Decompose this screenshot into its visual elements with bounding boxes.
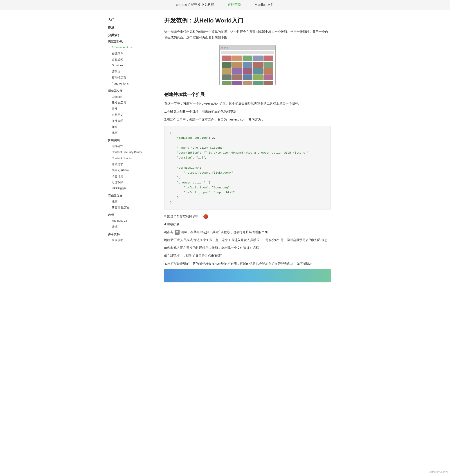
sidebar-item-optional-perms[interactable]: 可选权限 xyxy=(108,180,153,186)
sidebar-category-reference: 参考资料 xyxy=(108,232,153,236)
svg-rect-1 xyxy=(176,232,178,232)
grid-cell xyxy=(222,81,231,85)
sidebar-item-browser-actions[interactable]: Browser Actions xyxy=(108,45,153,51)
screenshot-container xyxy=(164,45,331,85)
code-block: { "manifest_version": 2, "name": "One-cl… xyxy=(164,126,331,210)
screenshot-toolbar xyxy=(220,45,275,50)
sidebar-item-format[interactable]: 格式说明 xyxy=(108,237,153,243)
sidebar-section-index: 分类索引 xyxy=(108,33,153,37)
sidebar-item-tabs[interactable]: 标签 xyxy=(108,124,153,130)
sidebar-item-other-deploy[interactable]: 其它部署选项 xyxy=(108,205,153,211)
step3-text: 3.把这个图标放到目录中： xyxy=(164,213,331,219)
sidebar-item-omnibox[interactable]: Omnibox xyxy=(108,63,153,69)
grid-cell xyxy=(243,62,252,68)
sidebar-item-options[interactable]: 选项页 xyxy=(108,69,153,75)
grid-cell xyxy=(253,68,263,74)
grid-cell xyxy=(222,56,231,61)
sidebar-item-messaging[interactable]: 消息传递 xyxy=(108,173,153,180)
svg-rect-2 xyxy=(176,233,178,233)
section1-para3: 2.在这个目录中，创建一个文本文件，命名为manifest.json，其内容为： xyxy=(164,117,331,122)
step-a-text: a)点击 图标，在菜单中选择工具>扩展程序，这会打开扩展管理的页面 xyxy=(164,229,331,235)
sidebar-category-publish: 完成及发布 xyxy=(108,194,153,198)
grid-cell xyxy=(243,68,252,74)
code-line-11: "browser_action" xyxy=(170,181,205,184)
nav-examples[interactable]: 代码范例 xyxy=(228,3,241,7)
toolbar-dot-1 xyxy=(221,47,223,49)
sidebar-item-manifest-v2[interactable]: Manifest V2 xyxy=(108,218,153,224)
sidebar-item-plugins[interactable]: 插件管理 xyxy=(108,118,153,124)
grid-cell xyxy=(263,81,273,85)
sidebar-item-csp[interactable]: Content Security Policy xyxy=(108,149,153,155)
code-line-8: "permissions" xyxy=(170,166,200,169)
page-title: 开发范例：从Hello World入门 xyxy=(164,17,331,24)
code-line-5: "description" xyxy=(170,151,200,154)
sidebar-item-context-menu[interactable]: 右键菜单 xyxy=(108,51,153,57)
sidebar-section-intro: 入门 xyxy=(108,18,153,22)
sidebar-item-page-actions[interactable]: Page Actions xyxy=(108,81,153,87)
sidebar-item-npapi[interactable]: NPAPI插件 xyxy=(108,186,153,192)
code-line-4: "name" xyxy=(170,146,187,150)
sidebar-item-events[interactable]: 事件 xyxy=(108,106,153,112)
grid-cell xyxy=(232,75,242,80)
toolbar-dot-3 xyxy=(227,47,228,49)
svg-rect-0 xyxy=(176,231,178,232)
grid-cell xyxy=(253,62,263,68)
sidebar-item-accessibility[interactable]: 无障碍性 xyxy=(108,143,153,149)
code-line-14: } xyxy=(170,196,179,199)
sidebar-item-debug[interactable]: 调试 xyxy=(108,224,153,230)
grid-cell xyxy=(232,68,242,74)
sidebar-item-windows[interactable]: 视窗 xyxy=(108,130,153,136)
screenshot-box xyxy=(219,45,276,85)
icon-image xyxy=(203,214,208,219)
section1-para2: 1.在磁盘上创建一个目录，用来放扩展的代码和资源 xyxy=(164,109,331,115)
nav-manifest[interactable]: Manifest文件 xyxy=(255,3,274,7)
sidebar-item-cross-origin[interactable]: 跨域请求 xyxy=(108,162,153,168)
code-line-12: "default_icon" xyxy=(170,186,209,189)
grid-cell xyxy=(253,75,263,80)
code-line-15: } xyxy=(170,201,172,204)
sidebar-category-implementation: 扩展实现 xyxy=(108,138,153,142)
grid-cell xyxy=(263,68,273,74)
sidebar-item-cookies[interactable]: Cookies xyxy=(108,94,153,100)
top-navigation: chrome扩展开发中文教程 代码范例 Manifest文件 xyxy=(0,0,450,10)
grid-cell xyxy=(253,56,263,61)
code-line-6: "version" xyxy=(170,156,193,159)
code-line-2: "manifest_version" xyxy=(170,136,209,140)
sidebar-item-desktop-notify[interactable]: 桌面通知 xyxy=(108,57,153,63)
bottom-screenshot xyxy=(164,269,331,282)
sidebar-item-devtools[interactable]: 开发者工具 xyxy=(108,100,153,106)
sidebar-category-appearance: 浏览器外观 xyxy=(108,40,153,44)
sidebar-section-overview: 综述 xyxy=(108,26,153,30)
grid-cell xyxy=(222,68,231,74)
code-line-13: "default_popup" xyxy=(170,191,210,194)
grid-cell xyxy=(263,56,273,61)
grid-cell xyxy=(232,56,242,61)
sidebar-item-hosting[interactable]: 托管 xyxy=(108,199,153,205)
nav-home[interactable]: chrome扩展开发中文教程 xyxy=(176,3,214,7)
screenshot-grid xyxy=(221,55,274,85)
grid-cell xyxy=(263,75,273,80)
sidebar: 入门 综述 分类索引 浏览器外观 Browser Actions 右键菜单 桌面… xyxy=(106,10,155,289)
step-c-text: c)点击'载入正在开发的扩展程序...'按钮，会出现一个文件选择对话框 xyxy=(164,245,331,251)
code-line-10: ], xyxy=(170,176,180,180)
grid-cell xyxy=(243,56,252,61)
menu-icon xyxy=(175,230,180,235)
sidebar-item-history[interactable]: 浏览历史 xyxy=(108,112,153,118)
code-line-1: { xyxy=(170,131,172,135)
grid-cell xyxy=(243,75,252,80)
sidebar-item-override[interactable]: 覆写特定页 xyxy=(108,75,153,81)
step-b-text: b)如果'开发人员模式'旁边有个'+'号，点击这个'+'号进入开发人员模式。'+… xyxy=(164,237,331,243)
grid-cell xyxy=(232,81,242,85)
grid-cell xyxy=(222,75,231,80)
main-content: 开发范例：从Hello World入门 这个指南会带领您完整的创建一个简单的扩展… xyxy=(155,10,340,289)
sidebar-category-tutorial: 教程 xyxy=(108,213,153,217)
grid-cell xyxy=(232,62,242,68)
section1-para1: 在这一节中，将编写一个browser action扩展。这个扩展会在谷歌浏览器的… xyxy=(164,101,331,106)
sidebar-item-i18n[interactable]: 国际化 (i18n) xyxy=(108,167,153,173)
final-text: 如果扩展是正确的，它的图标就会显示在地址栏右侧，扩展的信息也会显示在扩展管理页面… xyxy=(164,261,331,267)
step-d-text: d)在对话框中，找到扩展目录并点击'确定' xyxy=(164,253,331,259)
step4-text: 4.加载扩展 xyxy=(164,221,331,227)
grid-cell xyxy=(253,81,263,85)
sidebar-item-content-scripts[interactable]: Content Scripts xyxy=(108,155,153,162)
grid-cell xyxy=(263,62,273,68)
